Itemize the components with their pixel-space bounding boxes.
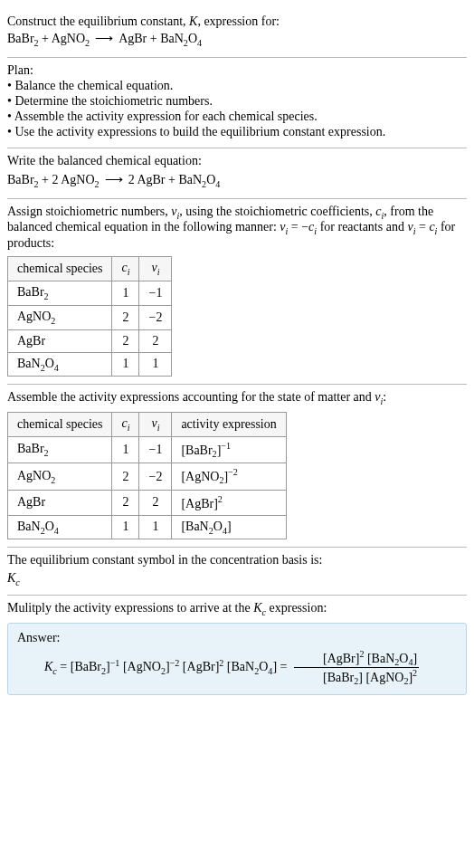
b-product-ban2o4: BaN2O4 bbox=[178, 173, 220, 186]
col-species: chemical species bbox=[8, 413, 112, 437]
b-reactant-babr2: BaBr2 bbox=[7, 173, 39, 186]
reaction-arrow-icon: ⟶ bbox=[100, 173, 128, 186]
cell-nui: −2 bbox=[139, 305, 172, 329]
cell-species: BaN2O4 bbox=[8, 352, 112, 377]
stoich-table-1: chemical species ci νi BaBr2 1 −1 AgNO2 … bbox=[7, 256, 172, 377]
cell-activity: [BaBr2]−1 bbox=[172, 436, 286, 463]
cell-species: AgNO2 bbox=[8, 463, 112, 490]
balanced-section: Write the balanced chemical equation: Ba… bbox=[7, 148, 467, 199]
intro-section: Construct the equilibrium constant, K, e… bbox=[7, 7, 467, 58]
cell-species: BaBr2 bbox=[8, 281, 112, 305]
cell-ci: 1 bbox=[112, 515, 139, 539]
cell-species: AgNO2 bbox=[8, 305, 112, 329]
table-row: AgBr 2 2 bbox=[8, 329, 172, 352]
cell-species: BaBr2 bbox=[8, 436, 112, 463]
table-header-row: chemical species ci νi activity expressi… bbox=[8, 413, 287, 437]
balanced-header: Write the balanced chemical equation: bbox=[7, 154, 467, 168]
assign-text: Assign stoichiometric numbers, νi, using… bbox=[7, 205, 467, 252]
cell-nui: 2 bbox=[139, 329, 172, 352]
table-row: BaN2O4 1 1 [BaN2O4] bbox=[8, 515, 287, 539]
balanced-equation: BaBr2 + 2 AgNO2⟶2 AgBr + BaN2O4 bbox=[7, 172, 467, 189]
assemble-section: Assemble the activity expressions accoun… bbox=[7, 385, 467, 548]
fraction-denominator: [BaBr2] [AgNO2]2 bbox=[294, 668, 419, 686]
plan-bullet-3: • Assemble the activity expression for e… bbox=[7, 110, 467, 124]
intro-text: Construct the equilibrium constant, K, e… bbox=[7, 14, 467, 29]
plan-bullet-2: • Determine the stoichiometric numbers. bbox=[7, 94, 467, 109]
cell-species: AgBr bbox=[8, 490, 112, 515]
plan-header: Plan: bbox=[7, 63, 467, 78]
kc-symbol: Kc bbox=[7, 571, 467, 587]
plan-section: Plan: • Balance the chemical equation. •… bbox=[7, 58, 467, 148]
table-row: AgNO2 2 −2 bbox=[8, 305, 172, 329]
assign-section: Assign stoichiometric numbers, νi, using… bbox=[7, 199, 467, 386]
kc-fraction: [AgBr]2 [BaN2O4] [BaBr2] [AgNO2]2 bbox=[290, 649, 422, 687]
cell-nui: −1 bbox=[139, 281, 172, 305]
col-nui: νi bbox=[139, 257, 172, 281]
col-species: chemical species bbox=[8, 257, 112, 281]
cell-nui: 1 bbox=[139, 352, 172, 377]
cell-nui: 1 bbox=[139, 515, 172, 539]
answer-box: Answer: Kc = [BaBr2]−1 [AgNO2]−2 [AgBr]2… bbox=[7, 623, 467, 695]
multiply-text: Mulitply the activity expressions to arr… bbox=[7, 601, 467, 617]
b-product-agbr: AgBr bbox=[137, 173, 165, 186]
b-reactant-agno2: AgNO2 bbox=[61, 173, 99, 186]
product-ban2o4: BaN2O4 bbox=[160, 32, 202, 45]
cell-species: BaN2O4 bbox=[8, 515, 112, 539]
col-ci: ci bbox=[112, 413, 139, 437]
kc-expression: Kc = [BaBr2]−1 [AgNO2]−2 [AgBr]2 [BaN2O4… bbox=[17, 649, 457, 687]
eqsym-section: The equilibrium constant symbol in the c… bbox=[7, 548, 467, 596]
reactant-babr2: BaBr2 bbox=[7, 32, 39, 45]
table-header-row: chemical species ci νi bbox=[8, 257, 172, 281]
assemble-text: Assemble the activity expressions accoun… bbox=[7, 390, 467, 406]
table-row: BaBr2 1 −1 [BaBr2]−1 bbox=[8, 436, 287, 463]
k-symbol: K bbox=[189, 14, 197, 28]
table-row: AgNO2 2 −2 [AgNO2]−2 bbox=[8, 463, 287, 490]
cell-species: AgBr bbox=[8, 329, 112, 352]
eqsym-text: The equilibrium constant symbol in the c… bbox=[7, 553, 467, 568]
cell-nui: −1 bbox=[139, 436, 172, 463]
plan-bullet-4: • Use the activity expressions to build … bbox=[7, 125, 467, 139]
product-agbr: AgBr bbox=[118, 32, 147, 45]
unbalanced-equation: BaBr2 + AgNO2⟶AgBr + BaN2O4 bbox=[7, 31, 467, 48]
cell-ci: 2 bbox=[112, 305, 139, 329]
cell-activity: [AgNO2]−2 bbox=[172, 463, 286, 490]
cell-nui: −2 bbox=[139, 463, 172, 490]
table-row: BaBr2 1 −1 bbox=[8, 281, 172, 305]
col-ci: ci bbox=[112, 257, 139, 281]
answer-label: Answer: bbox=[17, 631, 457, 645]
cell-ci: 1 bbox=[112, 281, 139, 305]
intro-text-a: Construct the equilibrium constant, bbox=[7, 14, 189, 28]
plan-bullet-1: • Balance the chemical equation. bbox=[7, 79, 467, 93]
reaction-arrow-icon: ⟶ bbox=[90, 32, 118, 45]
cell-ci: 2 bbox=[112, 463, 139, 490]
col-activity: activity expression bbox=[172, 413, 286, 437]
multiply-section: Mulitply the activity expressions to arr… bbox=[7, 596, 467, 702]
cell-ci: 1 bbox=[112, 352, 139, 377]
table-row: AgBr 2 2 [AgBr]2 bbox=[8, 490, 287, 515]
activity-table: chemical species ci νi activity expressi… bbox=[7, 412, 287, 539]
cell-ci: 2 bbox=[112, 490, 139, 515]
cell-nui: 2 bbox=[139, 490, 172, 515]
cell-ci: 1 bbox=[112, 436, 139, 463]
cell-activity: [BaN2O4] bbox=[172, 515, 286, 539]
intro-text-b: , expression for: bbox=[197, 14, 280, 28]
table-row: BaN2O4 1 1 bbox=[8, 352, 172, 377]
cell-activity: [AgBr]2 bbox=[172, 490, 286, 515]
col-nui: νi bbox=[139, 413, 172, 437]
reactant-agno2: AgNO2 bbox=[52, 32, 90, 45]
cell-ci: 2 bbox=[112, 329, 139, 352]
fraction-numerator: [AgBr]2 [BaN2O4] bbox=[294, 649, 419, 668]
